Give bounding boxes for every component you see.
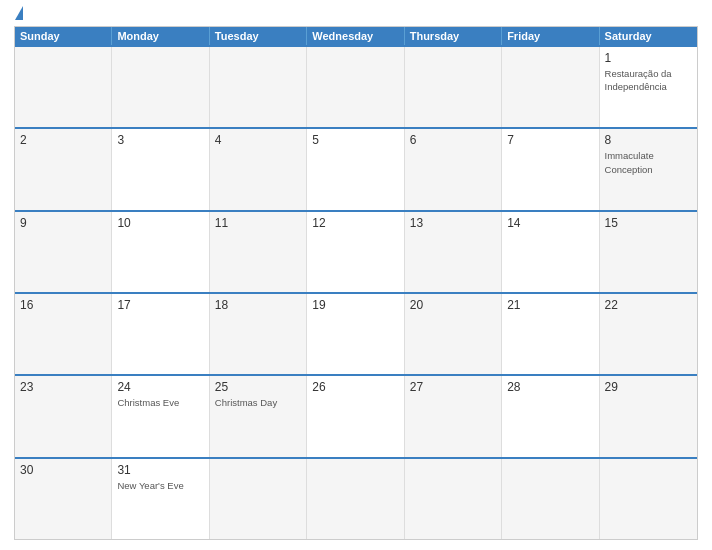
calendar-cell: 6: [405, 129, 502, 209]
calendar-cell: 5: [307, 129, 404, 209]
weekday-header-monday: Monday: [112, 27, 209, 45]
calendar-cell: [210, 47, 307, 127]
day-number: 18: [215, 298, 301, 312]
day-number: 29: [605, 380, 692, 394]
day-number: 19: [312, 298, 398, 312]
calendar-cell: [307, 459, 404, 539]
day-number: 23: [20, 380, 106, 394]
calendar-cell: 22: [600, 294, 697, 374]
calendar-header: SundayMondayTuesdayWednesdayThursdayFrid…: [15, 27, 697, 45]
calendar-cell: 20: [405, 294, 502, 374]
calendar-cell: 7: [502, 129, 599, 209]
calendar-cell: 14: [502, 212, 599, 292]
calendar-cell: 8Immaculate Conception: [600, 129, 697, 209]
logo: [14, 10, 23, 20]
day-number: 1: [605, 51, 692, 65]
calendar-cell: [600, 459, 697, 539]
holiday-label: Restauração da Independência: [605, 68, 672, 92]
day-number: 7: [507, 133, 593, 147]
calendar-cell: 17: [112, 294, 209, 374]
day-number: 11: [215, 216, 301, 230]
day-number: 22: [605, 298, 692, 312]
day-number: 6: [410, 133, 496, 147]
calendar-cell: 23: [15, 376, 112, 456]
calendar-cell: [15, 47, 112, 127]
calendar-row-0: 1Restauração da Independência: [15, 45, 697, 127]
holiday-label: Immaculate Conception: [605, 150, 654, 174]
day-number: 15: [605, 216, 692, 230]
weekday-header-tuesday: Tuesday: [210, 27, 307, 45]
calendar-cell: [210, 459, 307, 539]
calendar-cell: 3: [112, 129, 209, 209]
calendar-cell: 16: [15, 294, 112, 374]
calendar-cell: 18: [210, 294, 307, 374]
calendar-cell: 4: [210, 129, 307, 209]
day-number: 25: [215, 380, 301, 394]
calendar-cell: [112, 47, 209, 127]
day-number: 24: [117, 380, 203, 394]
calendar-body: 1Restauração da Independência2345678Imma…: [15, 45, 697, 539]
weekday-header-sunday: Sunday: [15, 27, 112, 45]
calendar: SundayMondayTuesdayWednesdayThursdayFrid…: [14, 26, 698, 540]
calendar-row-2: 9101112131415: [15, 210, 697, 292]
calendar-cell: [405, 47, 502, 127]
weekday-header-saturday: Saturday: [600, 27, 697, 45]
day-number: 8: [605, 133, 692, 147]
calendar-cell: 11: [210, 212, 307, 292]
day-number: 17: [117, 298, 203, 312]
day-number: 21: [507, 298, 593, 312]
day-number: 20: [410, 298, 496, 312]
calendar-cell: [307, 47, 404, 127]
calendar-cell: 30: [15, 459, 112, 539]
weekday-header-wednesday: Wednesday: [307, 27, 404, 45]
calendar-cell: 26: [307, 376, 404, 456]
day-number: 12: [312, 216, 398, 230]
holiday-label: New Year's Eve: [117, 480, 183, 491]
calendar-cell: 21: [502, 294, 599, 374]
calendar-cell: [502, 459, 599, 539]
calendar-row-5: 3031New Year's Eve: [15, 457, 697, 539]
calendar-page: SundayMondayTuesdayWednesdayThursdayFrid…: [0, 0, 712, 550]
day-number: 3: [117, 133, 203, 147]
calendar-cell: 15: [600, 212, 697, 292]
calendar-cell: 13: [405, 212, 502, 292]
day-number: 13: [410, 216, 496, 230]
calendar-cell: 1Restauração da Independência: [600, 47, 697, 127]
day-number: 27: [410, 380, 496, 394]
calendar-row-1: 2345678Immaculate Conception: [15, 127, 697, 209]
logo-triangle-icon: [15, 6, 23, 20]
holiday-label: Christmas Eve: [117, 397, 179, 408]
day-number: 9: [20, 216, 106, 230]
calendar-cell: 9: [15, 212, 112, 292]
calendar-cell: [502, 47, 599, 127]
weekday-header-thursday: Thursday: [405, 27, 502, 45]
calendar-cell: 31New Year's Eve: [112, 459, 209, 539]
weekday-header-friday: Friday: [502, 27, 599, 45]
day-number: 2: [20, 133, 106, 147]
day-number: 30: [20, 463, 106, 477]
day-number: 5: [312, 133, 398, 147]
calendar-cell: 10: [112, 212, 209, 292]
calendar-row-3: 16171819202122: [15, 292, 697, 374]
calendar-cell: 27: [405, 376, 502, 456]
day-number: 14: [507, 216, 593, 230]
calendar-cell: 28: [502, 376, 599, 456]
calendar-cell: 12: [307, 212, 404, 292]
holiday-label: Christmas Day: [215, 397, 277, 408]
calendar-cell: 25Christmas Day: [210, 376, 307, 456]
calendar-row-4: 2324Christmas Eve25Christmas Day26272829: [15, 374, 697, 456]
calendar-cell: [405, 459, 502, 539]
day-number: 26: [312, 380, 398, 394]
day-number: 4: [215, 133, 301, 147]
calendar-cell: 2: [15, 129, 112, 209]
day-number: 28: [507, 380, 593, 394]
day-number: 31: [117, 463, 203, 477]
day-number: 16: [20, 298, 106, 312]
calendar-cell: 19: [307, 294, 404, 374]
day-number: 10: [117, 216, 203, 230]
header: [14, 10, 698, 20]
calendar-cell: 24Christmas Eve: [112, 376, 209, 456]
calendar-cell: 29: [600, 376, 697, 456]
